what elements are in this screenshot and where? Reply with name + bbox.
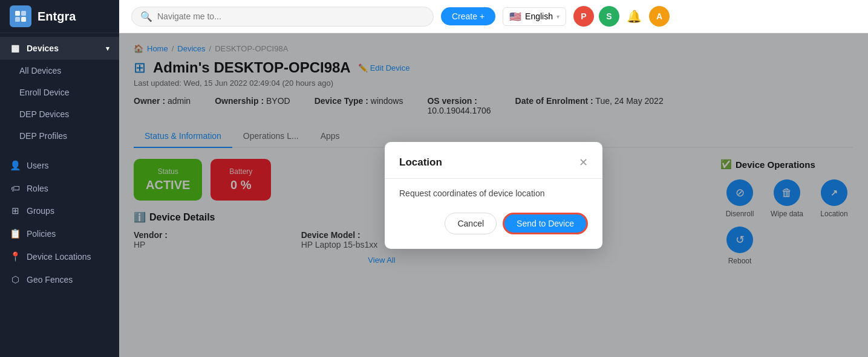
all-devices-label: All Devices xyxy=(19,66,61,76)
modal-body: Request coordinates of device location xyxy=(399,188,588,198)
svg-rect-2 xyxy=(15,17,20,22)
send-to-device-button[interactable]: Send to Device xyxy=(503,213,588,234)
location-modal: Location ✕ Request coordinates of device… xyxy=(385,142,602,249)
users-icon: 👤 xyxy=(10,160,21,171)
sidebar-logo: Entgra xyxy=(0,0,119,33)
logo-icon xyxy=(10,5,31,27)
logo-text: Entgra xyxy=(38,10,76,24)
search-icon: 🔍 xyxy=(140,11,152,22)
sidebar-item-all-devices[interactable]: All Devices xyxy=(0,60,119,82)
main-area: 🔍 Create + 🇺🇸 English ▾ P S 🔔 A xyxy=(119,0,868,357)
geo-fences-label: Geo Fences xyxy=(27,275,73,285)
create-button[interactable]: Create + xyxy=(441,7,495,25)
modal-title: Location xyxy=(399,156,442,169)
topbar-icons: P S 🔔 A xyxy=(573,6,670,27)
topbar: 🔍 Create + 🇺🇸 English ▾ P S 🔔 A xyxy=(119,0,868,33)
svg-rect-3 xyxy=(21,17,26,22)
device-locations-label: Device Locations xyxy=(27,252,91,262)
avatar-s[interactable]: S xyxy=(599,6,619,27)
create-label: Create + xyxy=(452,11,485,21)
sidebar-item-dep-profiles[interactable]: DEP Profiles xyxy=(0,125,119,147)
avatar-p[interactable]: P xyxy=(573,6,594,27)
devices-icon: ▦ xyxy=(10,43,21,54)
roles-icon: 🏷 xyxy=(10,183,21,193)
sidebar-devices-section: ▦ Devices ▾ All Devices Enroll Device DE… xyxy=(0,33,119,150)
svg-rect-1 xyxy=(21,11,26,16)
language-label: English xyxy=(525,11,553,21)
dep-profiles-label: DEP Profiles xyxy=(19,131,67,141)
modal-divider xyxy=(385,178,602,179)
sidebar-item-geo-fences[interactable]: ⬡ Geo Fences xyxy=(0,268,119,291)
modal-header: Location ✕ xyxy=(399,156,588,169)
sidebar: Entgra ▦ Devices ▾ All Devices Enroll De… xyxy=(0,0,119,357)
lang-chevron-icon: ▾ xyxy=(556,13,560,20)
users-label: Users xyxy=(27,161,49,170)
groups-label: Groups xyxy=(27,206,54,216)
chevron-down-icon: ▾ xyxy=(106,45,109,53)
search-input[interactable] xyxy=(157,11,425,21)
sidebar-item-dep-devices[interactable]: DEP Devices xyxy=(0,103,119,125)
device-locations-icon: 📍 xyxy=(10,251,21,262)
enroll-device-label: Enroll Device xyxy=(19,88,69,97)
policies-icon: 📋 xyxy=(10,228,21,239)
sidebar-item-device-locations[interactable]: 📍 Device Locations xyxy=(0,245,119,268)
bell-icon[interactable]: 🔔 xyxy=(624,7,644,26)
sidebar-item-groups[interactable]: ⊞ Groups xyxy=(0,199,119,222)
roles-label: Roles xyxy=(27,184,48,193)
sidebar-item-policies[interactable]: 📋 Policies xyxy=(0,222,119,245)
sidebar-item-enroll-device[interactable]: Enroll Device xyxy=(0,82,119,103)
dep-devices-label: DEP Devices xyxy=(19,109,69,119)
cancel-button[interactable]: Cancel xyxy=(445,213,497,234)
modal-close-button[interactable]: ✕ xyxy=(579,157,588,168)
groups-icon: ⊞ xyxy=(10,205,21,216)
policies-label: Policies xyxy=(27,229,56,239)
modal-overlay[interactable]: Location ✕ Request coordinates of device… xyxy=(119,33,868,357)
sidebar-item-roles[interactable]: 🏷 Roles xyxy=(0,177,119,199)
page-content: 🏠 Home / Devices / DESKTOP-OPCI98A ⊞ Adm… xyxy=(119,33,868,357)
geo-fences-icon: ⬡ xyxy=(10,274,21,285)
sidebar-devices-label: Devices xyxy=(27,43,59,53)
avatar-a[interactable]: A xyxy=(649,6,670,27)
search-box[interactable]: 🔍 xyxy=(131,7,434,27)
svg-rect-0 xyxy=(15,11,20,16)
flag-icon: 🇺🇸 xyxy=(509,11,521,22)
modal-footer: Cancel Send to Device xyxy=(399,213,588,234)
sidebar-item-devices[interactable]: ▦ Devices ▾ xyxy=(0,37,119,60)
sidebar-other-section: 👤 Users 🏷 Roles ⊞ Groups 📋 Policies 📍 De… xyxy=(0,150,119,295)
sidebar-item-users[interactable]: 👤 Users xyxy=(0,154,119,177)
language-selector[interactable]: 🇺🇸 English ▾ xyxy=(503,7,566,26)
